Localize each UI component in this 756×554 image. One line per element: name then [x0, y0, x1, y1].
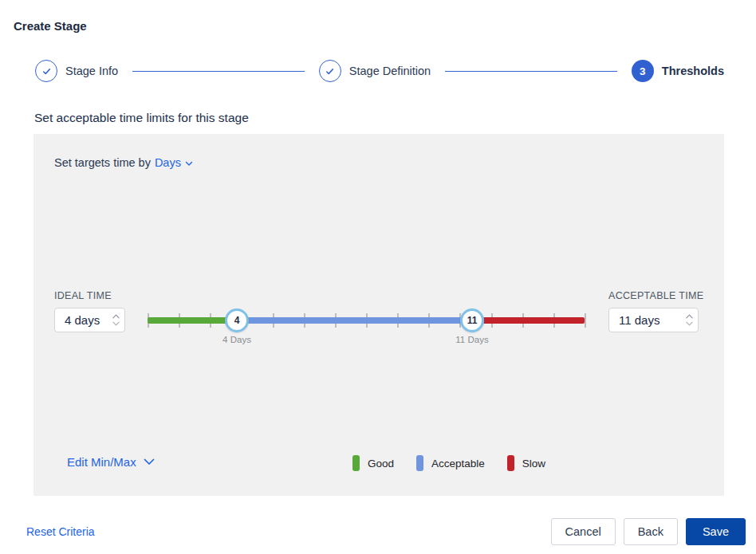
step-label: Stage Info	[65, 65, 118, 77]
targets-label: Set targets time by	[54, 156, 151, 169]
save-button[interactable]: Save	[686, 518, 746, 545]
slider-handle-acceptable[interactable]: 11	[460, 308, 484, 332]
legend: Good Acceptable Slow	[352, 455, 545, 471]
back-button[interactable]: Back	[624, 518, 678, 545]
wizard-stepper: Stage Info Stage Definition 3 Thresholds	[35, 60, 724, 82]
acceptable-time-block: ACCEPTABLE TIME 11 days	[608, 290, 703, 332]
slow-swatch	[507, 455, 514, 471]
check-icon	[41, 65, 53, 77]
footer-buttons: Cancel Back Save	[551, 518, 746, 545]
section-heading: Set acceptable time limits for this stag…	[34, 111, 249, 125]
good-swatch	[352, 455, 360, 471]
check-icon	[324, 65, 336, 77]
reset-criteria-link[interactable]: Reset Criteria	[26, 525, 95, 538]
ideal-time-label: IDEAL TIME	[54, 290, 125, 301]
chevron-down-icon[interactable]	[144, 458, 155, 466]
step-complete-circle	[319, 60, 341, 82]
legend-label: Acceptable	[431, 458, 485, 470]
step-connector	[445, 71, 617, 72]
track-segment-acceptable	[249, 317, 484, 324]
thresholds-panel: Set targets time by Days IDEAL TIME 4 da…	[33, 134, 724, 496]
ideal-time-value: 4 days	[55, 313, 107, 327]
step-complete-circle	[35, 60, 57, 82]
acceptable-time-input[interactable]: 11 days	[608, 308, 699, 332]
acceptable-swatch	[416, 455, 423, 471]
set-targets-row: Set targets time by Days	[54, 156, 193, 169]
legend-item-slow: Slow	[507, 455, 545, 471]
acceptable-time-value: 11 days	[609, 313, 680, 327]
ideal-time-input[interactable]: 4 days	[54, 308, 125, 332]
step-label: Thresholds	[662, 65, 724, 77]
handle-value: 4	[234, 315, 240, 326]
chevron-up-icon[interactable]	[112, 314, 120, 319]
chevron-down-icon[interactable]	[185, 156, 193, 169]
chevron-down-icon[interactable]	[686, 321, 693, 326]
edit-minmax-link[interactable]: Edit Min/Max	[67, 455, 155, 469]
edit-minmax-label[interactable]: Edit Min/Max	[67, 455, 136, 469]
chevron-up-icon[interactable]	[686, 314, 693, 319]
cancel-button[interactable]: Cancel	[551, 518, 616, 545]
ideal-time-block: IDEAL TIME 4 days	[54, 290, 125, 332]
track-segment-slow	[484, 317, 585, 324]
handle-caption-ideal: 4 Days	[205, 335, 269, 344]
step-thresholds[interactable]: 3 Thresholds	[632, 60, 724, 82]
acceptable-time-stepper[interactable]	[680, 308, 698, 332]
legend-label: Slow	[522, 458, 545, 470]
legend-item-good: Good	[352, 455, 394, 471]
handle-value: 11	[467, 315, 478, 326]
handle-caption-acceptable: 11 Days	[440, 335, 504, 344]
step-active-circle: 3	[632, 60, 654, 82]
step-stage-info[interactable]: Stage Info	[35, 60, 118, 82]
slider-handle-ideal[interactable]: 4	[225, 308, 249, 332]
create-stage-page: Create Stage Stage Info Stage Definition…	[0, 0, 756, 554]
acceptable-time-label: ACCEPTABLE TIME	[608, 290, 703, 301]
step-connector	[132, 71, 305, 72]
unit-dropdown[interactable]: Days	[155, 156, 181, 169]
legend-label: Good	[368, 458, 394, 470]
step-label: Stage Definition	[349, 65, 431, 77]
slider-track[interactable]	[148, 317, 585, 324]
legend-item-acceptable: Acceptable	[416, 455, 485, 471]
step-stage-definition[interactable]: Stage Definition	[319, 60, 431, 82]
chevron-down-icon[interactable]	[112, 321, 120, 326]
ideal-time-stepper[interactable]	[107, 308, 124, 332]
step-number: 3	[640, 65, 646, 77]
page-title: Create Stage	[14, 19, 87, 33]
